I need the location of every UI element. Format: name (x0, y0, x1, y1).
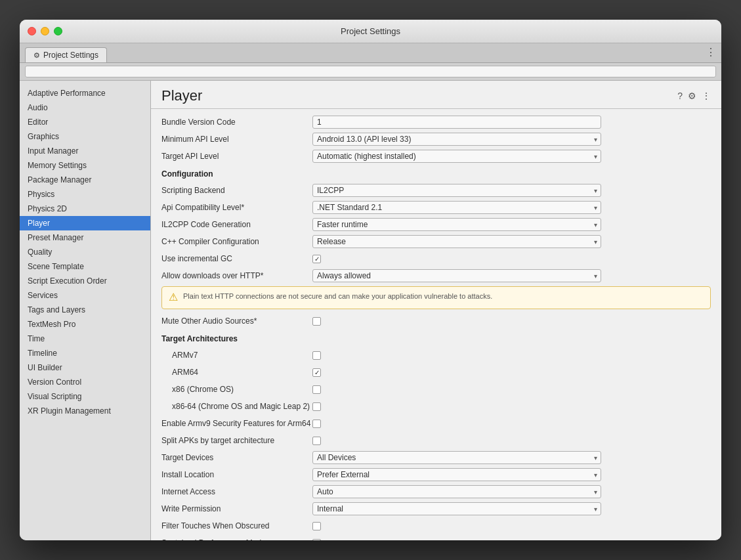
sidebar-item-quality[interactable]: Quality (20, 245, 150, 259)
search-bar (20, 63, 721, 81)
armv7-row: ARMv7 (161, 347, 711, 363)
sidebar-item-time[interactable]: Time (20, 332, 150, 346)
main-window: Project Settings ⚙ Project Settings ⋮ Ad… (20, 20, 721, 540)
x86-label: x86 (Chrome OS) (161, 385, 312, 394)
configuration-section-row: Configuration (161, 165, 711, 181)
target-devices-value: All Devices (312, 451, 601, 464)
sidebar-item-scene-template[interactable]: Scene Template (20, 259, 150, 274)
sidebar-item-editor[interactable]: Editor (20, 115, 150, 129)
filter-touches-label: Filter Touches When Obscured (161, 521, 312, 530)
armv7-label: ARMv7 (161, 351, 312, 360)
bundle-version-label: Bundle Version Code (161, 118, 312, 127)
scripting-backend-label: Scripting Backend (161, 186, 312, 195)
title-bar: Project Settings (20, 20, 721, 43)
target-api-dropdown[interactable]: Automatic (highest installed) (312, 150, 601, 163)
armv7-checkbox[interactable] (312, 351, 321, 360)
install-location-dropdown[interactable]: Prefer External (312, 468, 601, 481)
tab-bar: ⚙ Project Settings ⋮ (20, 43, 721, 63)
sidebar-item-timeline[interactable]: Timeline (20, 346, 150, 360)
il2cpp-codegen-value: Faster runtime (312, 218, 601, 231)
arm64-row: ARM64 (161, 364, 711, 380)
tab-more-icon[interactable]: ⋮ (706, 46, 716, 58)
split-apks-checkbox[interactable] (312, 437, 321, 445)
traffic-lights (28, 27, 62, 35)
sidebar-item-script-execution-order[interactable]: Script Execution Order (20, 274, 150, 288)
sidebar-item-ui-builder[interactable]: UI Builder (20, 360, 150, 375)
scripting-backend-row: Scripting Backend IL2CPP (161, 183, 711, 198)
incremental-gc-checkbox[interactable] (312, 255, 321, 263)
target-devices-dropdown[interactable]: All Devices (312, 451, 601, 464)
x86-64-label: x86-64 (Chrome OS and Magic Leap 2) (161, 402, 312, 411)
armv9-security-label: Enable Armv9 Security Features for Arm64 (161, 419, 312, 428)
sidebar-item-xr-plugin-management[interactable]: XR Plugin Management (20, 404, 150, 418)
min-api-label: Minimum API Level (161, 135, 312, 144)
tab-label: Project Settings (43, 51, 98, 60)
sidebar-item-adaptive-performance[interactable]: Adaptive Performance (20, 86, 150, 100)
sidebar-item-memory-settings[interactable]: Memory Settings (20, 158, 150, 173)
sustained-perf-checkbox[interactable] (312, 539, 321, 541)
mute-audio-label: Mute Other Audio Sources* (161, 316, 312, 326)
sidebar-item-services[interactable]: Services (20, 288, 150, 303)
sidebar-item-physics[interactable]: Physics (20, 187, 150, 202)
api-compat-value: .NET Standard 2.1 (312, 201, 601, 214)
bundle-version-row: Bundle Version Code (161, 114, 711, 130)
minimize-button[interactable] (41, 27, 49, 35)
write-permission-value: Internal (312, 502, 601, 515)
sidebar: Adaptive PerformanceAudioEditorGraphicsI… (20, 81, 151, 540)
allow-downloads-dropdown[interactable]: Always allowed (312, 269, 601, 282)
install-location-label: Install Location (161, 470, 312, 479)
x86-row: x86 (Chrome OS) (161, 381, 711, 397)
sidebar-item-preset-manager[interactable]: Preset Manager (20, 230, 150, 245)
write-permission-dropdown[interactable]: Internal (312, 502, 601, 515)
project-settings-tab[interactable]: ⚙ Project Settings (25, 47, 107, 62)
more-icon[interactable]: ⋮ (702, 91, 711, 101)
settings-icon[interactable]: ⚙ (688, 91, 696, 101)
il2cpp-codegen-label: IL2CPP Code Generation (161, 220, 312, 229)
arm64-label: ARM64 (161, 368, 312, 377)
help-icon[interactable]: ? (677, 91, 683, 101)
armv9-security-checkbox[interactable] (312, 420, 321, 428)
x86-checkbox[interactable] (312, 385, 321, 394)
main-content: Adaptive PerformanceAudioEditorGraphicsI… (20, 81, 721, 540)
target-arch-section-header: Target Architectures (161, 330, 238, 346)
armv9-security-value (312, 420, 711, 428)
min-api-value: Android 13.0 (API level 33) (312, 133, 601, 146)
mute-audio-checkbox[interactable] (312, 317, 321, 326)
incremental-gc-label: Use incremental GC (161, 254, 312, 263)
bundle-version-input[interactable] (312, 116, 601, 129)
x86-64-checkbox[interactable] (312, 402, 321, 411)
sustained-perf-row: Sustained Performance Mode (161, 535, 711, 540)
sidebar-item-audio[interactable]: Audio (20, 100, 150, 115)
sustained-perf-label: Sustained Performance Mode (161, 538, 312, 540)
cpp-compiler-value: Release (312, 235, 601, 248)
filter-touches-checkbox[interactable] (312, 522, 321, 530)
mute-audio-row: Mute Other Audio Sources* (161, 313, 711, 329)
filter-touches-value (312, 522, 711, 530)
sidebar-item-visual-scripting[interactable]: Visual Scripting (20, 389, 150, 404)
sidebar-item-tags-and-layers[interactable]: Tags and Layers (20, 303, 150, 317)
maximize-button[interactable] (54, 27, 62, 35)
internet-access-label: Internet Access (161, 487, 312, 496)
target-arch-section-row: Target Architectures (161, 330, 711, 346)
sidebar-item-physics-2d[interactable]: Physics 2D (20, 202, 150, 216)
internet-access-value: Auto (312, 485, 601, 498)
header-icons: ? ⚙ ⋮ (677, 91, 711, 101)
sidebar-item-graphics[interactable]: Graphics (20, 129, 150, 144)
sidebar-item-textmesh-pro[interactable]: TextMesh Pro (20, 317, 150, 332)
sidebar-item-package-manager[interactable]: Package Manager (20, 173, 150, 187)
min-api-dropdown[interactable]: Android 13.0 (API level 33) (312, 133, 601, 146)
sidebar-item-input-manager[interactable]: Input Manager (20, 144, 150, 158)
internet-access-dropdown[interactable]: Auto (312, 485, 601, 498)
il2cpp-codegen-dropdown[interactable]: Faster runtime (312, 218, 601, 231)
api-compat-dropdown[interactable]: .NET Standard 2.1 (312, 201, 601, 214)
sidebar-item-version-control[interactable]: Version Control (20, 375, 150, 389)
close-button[interactable] (28, 27, 36, 35)
configuration-section-header: Configuration (161, 165, 213, 181)
scripting-backend-dropdown[interactable]: IL2CPP (312, 184, 601, 197)
search-input[interactable] (25, 66, 716, 77)
warning-text: Plain text HTTP connections are not secu… (183, 292, 492, 300)
sidebar-item-player[interactable]: Player (20, 216, 150, 230)
cpp-compiler-label: C++ Compiler Configuration (161, 237, 312, 246)
cpp-compiler-dropdown[interactable]: Release (312, 235, 601, 248)
arm64-checkbox[interactable] (312, 368, 321, 377)
